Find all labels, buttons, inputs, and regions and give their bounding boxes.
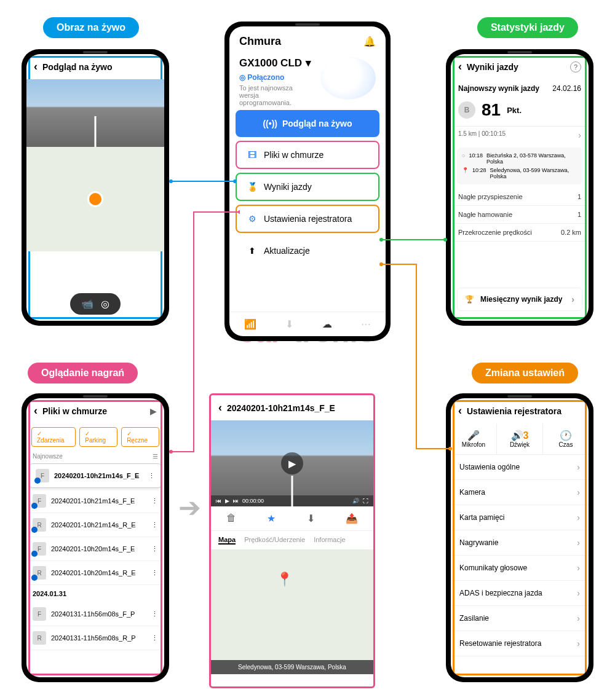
page-title: Wyniki jazdy (467, 62, 518, 72)
label-settings: Zmiana ustawień (472, 363, 578, 383)
trip-addresses[interactable]: ○10:18Bieżuńska 2, 03-578 Warszawa, Pols… (457, 147, 582, 184)
settings-button[interactable]: ⚙Ustawienia rejestratora (236, 205, 379, 233)
back-icon[interactable]: ‹ (34, 60, 38, 73)
settings-camera[interactable]: Kamera› (451, 480, 589, 505)
more-icon[interactable]: ⋮ (151, 521, 158, 529)
file-thumb: F (33, 494, 46, 508)
speaker-icon: 🔊3 (499, 430, 540, 441)
filter-events[interactable]: ✓ Zdarzenia (31, 427, 76, 447)
driving-results-button[interactable]: 🏅Wyniki jazdy (236, 173, 379, 201)
more-icon[interactable]: ⋮ (151, 610, 158, 618)
volume-icon[interactable]: 🔊 (352, 498, 359, 504)
video-controls[interactable]: ⏮▶⏭00:00:00🔊⛶ (211, 495, 373, 506)
play-icon[interactable]: ▶ (225, 498, 229, 504)
live-preview-button[interactable]: ((•))Podgląd na żywo (236, 110, 379, 137)
filter-manual[interactable]: ✓ Ręczne (121, 427, 159, 447)
file-thumb: R (33, 518, 46, 532)
header: ‹Podgląd na żywo (26, 54, 164, 79)
settings-memory[interactable]: Karta pamięci› (451, 505, 589, 530)
settings-adas[interactable]: ADAS i bezpieczna jazda› (451, 581, 589, 606)
back-icon[interactable]: ‹ (458, 60, 462, 73)
more-icon[interactable]: ⋮ (151, 545, 158, 553)
more-icon[interactable]: ⋮ (151, 497, 158, 505)
label-recordings: Oglądanie nagrań (28, 363, 138, 383)
score-value: 81 (482, 100, 501, 120)
prev-icon[interactable]: ⏮ (216, 498, 221, 504)
more-icon[interactable]: ⋮ (148, 472, 155, 480)
trip-duration: 00:10:15 (482, 130, 506, 137)
file-row-selected[interactable]: F20240201-10h21m14s_F_E⋮ (29, 463, 162, 488)
help-icon[interactable]: ? (570, 61, 581, 73)
file-row[interactable]: F20240131-11h56m08s_F_P⋮ (26, 602, 164, 626)
camera-icon[interactable]: 📹 (81, 298, 93, 310)
latest-label: Najnowszy wynik jazdy (458, 84, 539, 93)
more-icon[interactable]: ⋮ (151, 569, 158, 577)
medal-icon: 🏅 (245, 180, 259, 194)
medal-badge: B (458, 101, 475, 119)
video-player[interactable]: ▶ ⏮▶⏭00:00:00🔊⛶ (211, 420, 373, 506)
trash-icon[interactable]: 🗑 (226, 513, 236, 524)
device-selector[interactable]: GX1000 CLD▾ (239, 57, 311, 69)
film-icon: 🎞 (245, 148, 259, 162)
tab-info[interactable]: Informacje (314, 536, 345, 545)
page-title: 20240201-10h21m14s_F_E (227, 403, 335, 413)
pin-icon: 📍 (276, 572, 293, 588)
settings-general[interactable]: Ustawienia ogólne› (451, 455, 589, 480)
chevron-right-icon: › (571, 294, 574, 304)
cloud-files-button[interactable]: 🎞Pliki w chmurze (236, 141, 379, 169)
playback-map[interactable]: 📍 (211, 549, 373, 660)
file-row[interactable]: R20240131-11h56m08s_R_P⋮ (26, 626, 164, 650)
more-icon[interactable]: ⋯ (361, 318, 371, 330)
file-row[interactable]: R20240201-10h21m14s_R_E⋮ (26, 513, 164, 537)
bell-icon[interactable]: 🔔 (363, 36, 376, 47)
play-button[interactable]: ▶ (281, 452, 303, 474)
star-icon[interactable]: ★ (267, 513, 276, 524)
download-icon[interactable]: ⬇ (307, 513, 315, 524)
arrow-right-icon: ➔ (178, 492, 201, 523)
cloud-tab-icon[interactable]: ☁ (322, 318, 332, 330)
sort-label[interactable]: Najnowsze (33, 453, 63, 460)
monthly-score-button[interactable]: 🏆Miesięczny wynik jazdy› (457, 288, 582, 311)
label-live: Obraz na żywo (43, 17, 139, 38)
file-row[interactable]: F20240201-10h20m14s_F_E⋮ (26, 537, 164, 561)
gear-icon: ⚙ (245, 212, 259, 226)
map-address: Seledynowa, 03-599 Warszawa, Polska (211, 660, 373, 674)
wifi-icon[interactable]: 📶 (244, 318, 256, 330)
tab-speed[interactable]: Prędkość/Uderzenie (244, 536, 305, 545)
download-icon[interactable]: ⬇ (285, 318, 293, 330)
shutter-icon[interactable]: ◎ (101, 298, 109, 310)
fullscreen-icon[interactable]: ⛶ (363, 498, 368, 504)
time-toggle[interactable]: 🕐Czas (543, 423, 589, 454)
tab-map[interactable]: Mapa (218, 536, 236, 545)
back-icon[interactable]: ‹ (34, 404, 38, 417)
settings-reset[interactable]: Resetowanie rejestratora› (451, 631, 589, 656)
camera-controls[interactable]: 📹◎ (70, 293, 121, 315)
next-icon[interactable]: ⏭ (233, 498, 239, 504)
phone-files: ‹Pliki w chmurze▶ ✓ Zdarzenia ✓ Parking … (22, 393, 169, 682)
chevron-right-icon[interactable]: › (578, 130, 581, 140)
live-map[interactable] (26, 147, 164, 251)
play-icon[interactable]: ▶ (150, 406, 157, 416)
firmware-msg: To jest najnowsza wersja oprogramowania. (239, 84, 307, 106)
sort-icon[interactable]: ☰ (153, 453, 158, 460)
trophy-icon: 🏆 (465, 295, 474, 304)
label-stats: Statystyki jazdy (477, 17, 578, 38)
phone-stats: ‹Wyniki jazdy? Najnowszy wynik jazdy24.0… (446, 49, 593, 326)
file-row[interactable]: F20240201-10h21m14s_F_E⋮ (26, 489, 164, 513)
file-row[interactable]: R20240201-10h20m14s_R_E⋮ (26, 561, 164, 585)
back-icon[interactable]: ‹ (218, 401, 222, 414)
more-icon[interactable]: ⋮ (151, 634, 158, 642)
share-icon[interactable]: 📤 (346, 513, 358, 524)
settings-recording[interactable]: Nagrywanie› (451, 530, 589, 556)
detail-tabs: MapaPrędkość/UderzenieInformacje (211, 531, 373, 549)
file-thumb: R (33, 566, 46, 580)
mic-toggle[interactable]: 🎤Mikrofon (451, 423, 497, 454)
settings-voice[interactable]: Komunikaty głosowe› (451, 556, 589, 581)
updates-button[interactable]: ⬆Aktualizacje (236, 237, 379, 265)
trip-distance: 1.5 km (458, 130, 477, 137)
live-video[interactable] (26, 79, 164, 147)
back-icon[interactable]: ‹ (458, 404, 462, 417)
filter-parking[interactable]: ✓ Parking (79, 427, 117, 447)
settings-power[interactable]: Zasilanie› (451, 606, 589, 631)
sound-toggle[interactable]: 🔊3Dźwięk (497, 423, 543, 454)
